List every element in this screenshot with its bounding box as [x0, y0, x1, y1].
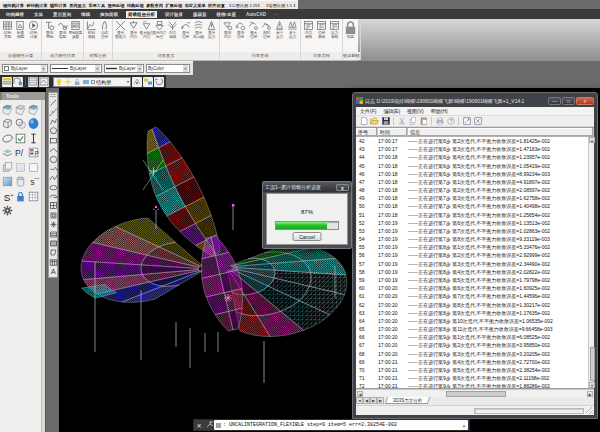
make-current-icon[interactable] [132, 77, 142, 87]
ribbon-button[interactable]: 查询周期 [43, 20, 56, 40]
scroll-down-icon[interactable]: ▼ [589, 382, 595, 388]
palette-tool[interactable]: s¯ [27, 175, 40, 190]
layer-select[interactable]: 结构层▾ [53, 77, 131, 87]
log-row[interactable]: 5217:00:19------正在进行第7步 第6次迭代,不平衡力收敛误差=1… [356, 219, 588, 227]
cut-icon[interactable] [397, 117, 406, 126]
paste-icon[interactable] [419, 117, 428, 126]
new-file-icon[interactable] [359, 117, 368, 126]
ribbon-button[interactable]: 单个反力 [273, 20, 286, 40]
palette-tool[interactable]: P/ [14, 146, 27, 161]
export-icon[interactable] [462, 117, 471, 126]
log-row[interactable]: 7117:00:21------正在进行第9步 第6次迭代,不平衡力收敛误差=2… [356, 374, 588, 382]
ribbon-button[interactable]: 检查模型 [14, 20, 27, 40]
menu-item[interactable]: 自定义菜单 [185, 3, 206, 8]
log-row[interactable]: 6617:00:20------正在进行第9步 第1次迭代,不平衡力收敛误差=6… [356, 333, 588, 341]
menu-item[interactable]: 辅助计算 [50, 3, 67, 8]
palette-tool[interactable] [27, 131, 40, 146]
vertical-scrollbar[interactable]: ▲ ▼ [588, 137, 594, 388]
log-row[interactable]: 4617:00:18------正在进行第6步 第6次迭代,不平衡力收敛误差=8… [356, 170, 588, 178]
draw-tool-9[interactable] [48, 183, 58, 192]
toolbar-grip[interactable] [50, 94, 56, 97]
log-row[interactable]: 5017:00:18------正在进行第7步 第4次迭代,不平衡力收敛误差=1… [356, 202, 588, 210]
log-row[interactable]: 5717:00:19------正在进行第8步 第3次迭代,不平衡力收敛误差=2… [356, 260, 588, 268]
tab-next-icon[interactable]: ▶ [370, 397, 377, 404]
ribbon-button[interactable]: 锁定 [344, 20, 357, 39]
menu-edit[interactable]: 编辑(E) [383, 108, 400, 114]
tab-last-icon[interactable]: ▶ [377, 397, 384, 404]
menu-item[interactable]: 通用处理 [108, 3, 125, 8]
layer-isolate-icon[interactable] [28, 77, 38, 87]
horizontal-scrollbar[interactable]: ◀ ▶ [356, 389, 594, 397]
ribbon-button[interactable]: F内力表格 [302, 20, 315, 40]
menu-help[interactable]: 帮助(H) [431, 108, 448, 114]
log-row[interactable]: 5117:00:18------正在进行第7步 第5次迭代,不平衡力收敛误差=1… [356, 211, 588, 219]
ribbon-button[interactable]: 结构类型 [1, 20, 14, 40]
menu-item[interactable]: 扩展处理 [165, 3, 182, 8]
ribbon-button[interactable]: 显示内力 [127, 20, 140, 40]
draw-tool-4[interactable] [48, 136, 58, 145]
print-icon[interactable] [435, 117, 444, 126]
close-icon[interactable]: ✕ [194, 422, 204, 429]
draw-tool-8[interactable] [48, 173, 58, 182]
ribbon-tab-8[interactable]: 楼梯-支座 [215, 11, 239, 18]
ribbon-button[interactable]: R反力表格 [328, 20, 341, 40]
recent-commands-icon[interactable]: ▲ [462, 423, 466, 428]
save-file-icon[interactable] [381, 117, 390, 126]
layer-states-icon[interactable] [13, 77, 23, 87]
ribbon-tab-0[interactable]: 结构建模 [4, 11, 26, 18]
draw-tool-6[interactable] [48, 154, 58, 163]
column-info[interactable]: 信息 [408, 128, 594, 136]
menu-item[interactable]: 钢结构计算 [3, 3, 24, 8]
draw-tool-0[interactable] [48, 98, 58, 107]
palette-tool[interactable] [27, 160, 40, 175]
color-combo[interactable]: ByLayer▾ [2, 64, 48, 73]
maximize-button[interactable]: □ [562, 97, 575, 105]
log-row[interactable]: 5517:00:19------正在进行第8步 第1次迭代,不平衡力收敛误差=5… [356, 243, 588, 251]
draw-tool-17[interactable] [48, 258, 58, 267]
log-row[interactable]: 4517:00:18------正在进行第6步 第5次迭代,不平衡力收敛误差=1… [356, 162, 588, 170]
menu-view[interactable]: 视图(V) [407, 108, 424, 114]
ribbon-button[interactable]: 查询内力 [221, 20, 234, 40]
draw-tool-3[interactable] [48, 126, 58, 135]
match-layer-icon[interactable] [143, 77, 153, 87]
ribbon-button[interactable]: 相对位移 [260, 20, 273, 40]
log-row[interactable]: 4917:00:18------正在进行第7步 第3次迭代,不平衡力收敛误差=1… [356, 194, 588, 202]
close-button[interactable]: x [576, 97, 594, 105]
log-row[interactable]: 4317:00:17------正在进行第6步 第3次迭代,不平衡力收敛误差=1… [356, 145, 588, 153]
draw-tool-7[interactable] [48, 164, 58, 173]
ribbon-tab-7[interactable]: 膜裁剪 [191, 11, 209, 18]
ribbon-button[interactable]: 周期振型参数 [69, 20, 82, 40]
draw-tool-2[interactable] [48, 117, 58, 126]
palette-tool[interactable] [27, 189, 40, 204]
draw-tool-13[interactable] [48, 220, 58, 229]
linetype-combo[interactable]: ByLayer▾ [50, 64, 102, 73]
ribbon-button[interactable]: 最大组合内力 [140, 20, 153, 40]
log-row[interactable]: 6917:00:21------正在进行第9步 第4次迭代,不平衡力收敛误差=2… [356, 358, 588, 366]
tab-analysis[interactable]: 3D3S力学分析 [385, 397, 431, 404]
ribbon-button[interactable]: 显示位移 [179, 20, 192, 40]
draw-tool-15[interactable] [48, 239, 58, 248]
menu-item[interactable]: 参数查询 [146, 3, 163, 8]
dialog-close-button[interactable]: x [336, 184, 349, 191]
palette-tool[interactable] [14, 102, 27, 117]
ribbon-button[interactable]: 内力包络 [166, 20, 179, 40]
ribbon-tab-6[interactable]: 设计验算 [163, 11, 185, 18]
menu-item[interactable]: 常用工具 [88, 3, 105, 8]
palette-tool[interactable] [14, 189, 27, 204]
ribbon-button[interactable]: 显示面应力 [114, 20, 127, 40]
ribbon-tab-1[interactable]: 实体 [32, 11, 45, 18]
ribbon-button[interactable]: 多个反力 [286, 20, 299, 40]
log-row[interactable]: 4817:00:18------正在进行第7步 第2次迭代,不平衡力收敛误差=2… [356, 186, 588, 194]
menu-item[interactable]: 查询显示 [69, 3, 86, 8]
command-input[interactable]: : UNCALINTEGRATION_FLEXIBLE step=9 item=… [214, 420, 468, 430]
lineweight-combo[interactable]: ByLayer▾ [104, 64, 144, 73]
palette-tool[interactable] [14, 160, 27, 175]
log-row[interactable]: 5617:00:19------正在进行第8步 第2次迭代,不平衡力收敛误差=2… [356, 251, 588, 259]
log-row[interactable]: 7217:00:21------正在进行第9步 第7次迭代,不平衡力收敛误差=1… [356, 382, 588, 388]
dialog-titlebar[interactable]: 工况1--累计荷载分析进度 x [263, 182, 351, 192]
draw-tool-14[interactable] [48, 229, 58, 238]
ribbon-button[interactable]: 动态位移 [98, 20, 111, 40]
draw-tool-12[interactable] [48, 211, 58, 220]
palette-tool[interactable] [1, 131, 14, 146]
clear-icon[interactable] [473, 117, 482, 126]
